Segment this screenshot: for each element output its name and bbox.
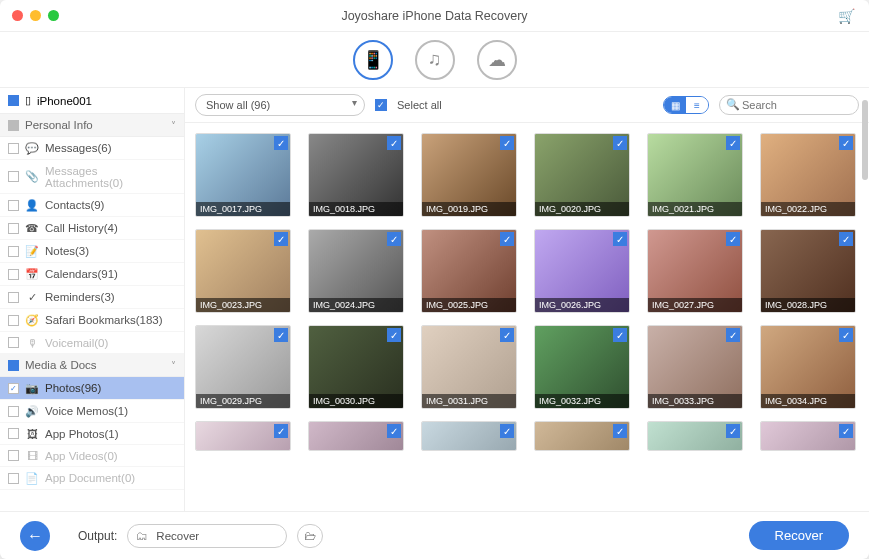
sidebar-item[interactable]: 📷Photos(96) [0, 377, 184, 400]
sidebar-item[interactable]: 💬Messages(6) [0, 137, 184, 160]
item-checkbox[interactable] [8, 315, 19, 326]
photo-thumbnail[interactable]: IMG_0023.JPG [195, 229, 291, 313]
photo-thumbnail[interactable]: IMG_0018.JPG [308, 133, 404, 217]
photo-thumbnail[interactable]: IMG_0032.JPG [534, 325, 630, 409]
thumbnail-checkbox[interactable] [726, 328, 740, 342]
zoom-dot[interactable] [48, 10, 59, 21]
item-checkbox[interactable] [8, 200, 19, 211]
thumbnail-checkbox[interactable] [613, 232, 627, 246]
photo-thumbnail[interactable]: IMG_0029.JPG [195, 325, 291, 409]
thumbnail-checkbox[interactable] [274, 232, 288, 246]
device-indicator-icon [8, 95, 19, 106]
main-area: ▯ iPhone001 Personal Info˅💬Messages(6)📎M… [0, 88, 869, 511]
photo-thumbnail[interactable] [647, 421, 743, 451]
scrollbar-thumb[interactable] [862, 100, 868, 180]
thumbnail-checkbox[interactable] [613, 136, 627, 150]
item-checkbox[interactable] [8, 473, 19, 484]
sidebar-item[interactable]: 🔊Voice Memos(1) [0, 400, 184, 423]
thumbnail-checkbox[interactable] [839, 328, 853, 342]
sidebar-item[interactable]: 📅Calendars(91) [0, 263, 184, 286]
item-checkbox[interactable] [8, 406, 19, 417]
thumbnail-checkbox[interactable] [387, 136, 401, 150]
filter-select[interactable]: Show all (96) [195, 94, 365, 116]
thumbnail-checkbox[interactable] [613, 328, 627, 342]
photo-thumbnail[interactable]: IMG_0024.JPG [308, 229, 404, 313]
output-path-field[interactable]: 🗂 Recover [127, 524, 287, 548]
search-input[interactable] [719, 95, 859, 115]
thumbnail-filename: IMG_0020.JPG [535, 202, 629, 216]
item-checkbox[interactable] [8, 143, 19, 154]
thumbnail-checkbox[interactable] [726, 424, 740, 438]
item-checkbox[interactable] [8, 428, 19, 439]
mode-itunes-button[interactable]: ♫ [415, 40, 455, 80]
back-button[interactable]: ← [20, 521, 50, 551]
sidebar-item[interactable]: 🧭Safari Bookmarks(183) [0, 309, 184, 332]
thumbnail-filename: IMG_0026.JPG [535, 298, 629, 312]
item-icon: 🖼 [25, 428, 39, 440]
item-checkbox[interactable] [8, 383, 19, 394]
select-all-checkbox[interactable] [375, 99, 387, 111]
mode-device-button[interactable]: 📱 [353, 40, 393, 80]
photo-thumbnail[interactable]: IMG_0026.JPG [534, 229, 630, 313]
device-row[interactable]: ▯ iPhone001 [0, 88, 184, 114]
photo-thumbnail[interactable] [195, 421, 291, 451]
photo-thumbnail[interactable]: IMG_0028.JPG [760, 229, 856, 313]
sidebar-item[interactable]: 🖼App Photos(1) [0, 423, 184, 445]
thumbnail-checkbox[interactable] [387, 328, 401, 342]
item-checkbox[interactable] [8, 171, 19, 182]
photo-thumbnail[interactable] [534, 421, 630, 451]
thumbnail-checkbox[interactable] [387, 232, 401, 246]
thumbnail-checkbox[interactable] [500, 424, 514, 438]
thumbnail-checkbox[interactable] [839, 136, 853, 150]
item-checkbox[interactable] [8, 246, 19, 257]
thumbnail-filename: IMG_0030.JPG [309, 394, 403, 408]
recover-button[interactable]: Recover [749, 521, 849, 550]
thumbnail-checkbox[interactable] [387, 424, 401, 438]
sidebar-item[interactable]: ✓Reminders(3) [0, 286, 184, 309]
scrollbar-track[interactable] [861, 100, 868, 499]
photo-thumbnail[interactable]: IMG_0019.JPG [421, 133, 517, 217]
mode-icloud-button[interactable]: ☁ [477, 40, 517, 80]
photo-thumbnail[interactable]: IMG_0022.JPG [760, 133, 856, 217]
thumbnail-checkbox[interactable] [839, 424, 853, 438]
photo-thumbnail[interactable]: IMG_0031.JPG [421, 325, 517, 409]
item-checkbox[interactable] [8, 337, 19, 348]
photo-thumbnail[interactable] [308, 421, 404, 451]
close-dot[interactable] [12, 10, 23, 21]
thumbnail-checkbox[interactable] [274, 328, 288, 342]
photo-thumbnail[interactable]: IMG_0020.JPG [534, 133, 630, 217]
thumbnail-checkbox[interactable] [839, 232, 853, 246]
thumbnail-checkbox[interactable] [274, 424, 288, 438]
category-header[interactable]: Media & Docs˅ [0, 354, 184, 377]
thumbnail-checkbox[interactable] [500, 232, 514, 246]
photo-thumbnail[interactable]: IMG_0027.JPG [647, 229, 743, 313]
thumbnail-checkbox[interactable] [500, 328, 514, 342]
photo-thumbnail[interactable]: IMG_0017.JPG [195, 133, 291, 217]
photo-thumbnail[interactable]: IMG_0021.JPG [647, 133, 743, 217]
category-header[interactable]: Personal Info˅ [0, 114, 184, 137]
thumbnail-checkbox[interactable] [500, 136, 514, 150]
thumbnail-checkbox[interactable] [726, 136, 740, 150]
browse-folder-button[interactable]: 🗁 [297, 524, 323, 548]
photo-thumbnail[interactable]: IMG_0030.JPG [308, 325, 404, 409]
photo-thumbnail[interactable]: IMG_0034.JPG [760, 325, 856, 409]
cart-icon[interactable]: 🛒 [838, 8, 855, 24]
thumbnail-checkbox[interactable] [613, 424, 627, 438]
item-checkbox[interactable] [8, 450, 19, 461]
sidebar-item[interactable]: 📝Notes(3) [0, 240, 184, 263]
item-checkbox[interactable] [8, 269, 19, 280]
photo-thumbnail[interactable]: IMG_0033.JPG [647, 325, 743, 409]
photo-thumbnail[interactable]: IMG_0025.JPG [421, 229, 517, 313]
item-icon: ✓ [25, 291, 39, 304]
sidebar-item[interactable]: 👤Contacts(9) [0, 194, 184, 217]
thumbnail-checkbox[interactable] [726, 232, 740, 246]
grid-view-button[interactable]: ▦ [664, 97, 686, 113]
item-checkbox[interactable] [8, 292, 19, 303]
item-checkbox[interactable] [8, 223, 19, 234]
minimize-dot[interactable] [30, 10, 41, 21]
thumbnail-checkbox[interactable] [274, 136, 288, 150]
sidebar-item[interactable]: ☎Call History(4) [0, 217, 184, 240]
list-view-button[interactable]: ≡ [686, 97, 708, 113]
photo-thumbnail[interactable] [760, 421, 856, 451]
photo-thumbnail[interactable] [421, 421, 517, 451]
